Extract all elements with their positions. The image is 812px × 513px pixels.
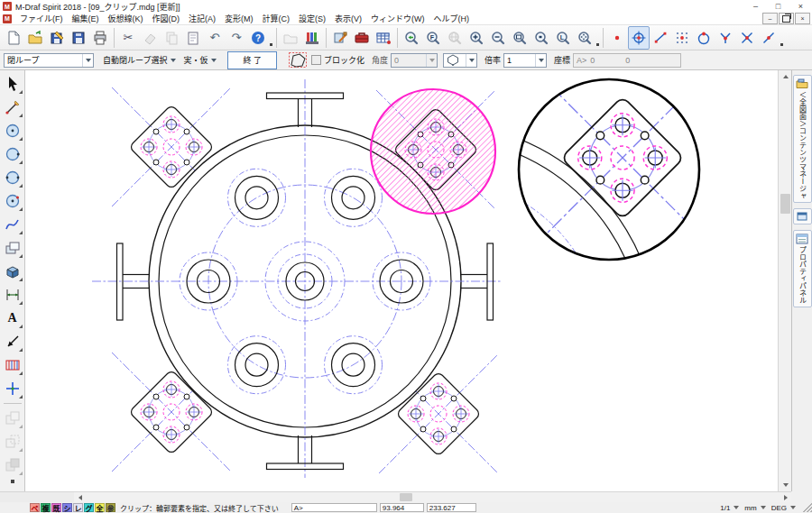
horizontal-scrollbar[interactable]	[74, 491, 791, 502]
leader-tool[interactable]	[2, 331, 23, 353]
snap-center-button[interactable]	[628, 26, 650, 50]
mdi-close-button[interactable]: ×	[795, 13, 810, 24]
text-tool[interactable]: A	[2, 307, 23, 329]
palette-overflow[interactable]	[11, 480, 14, 483]
blockify-checkbox[interactable]	[311, 55, 321, 65]
close-button[interactable]: ×	[789, 0, 812, 13]
menu-calc[interactable]: 計算(C)	[258, 13, 295, 24]
snap-nearest-button[interactable]	[715, 26, 736, 50]
print-button[interactable]	[89, 26, 111, 50]
menu-help[interactable]: ヘルプ(H)	[429, 13, 475, 24]
loop-type-select[interactable]: 閉ループ	[4, 53, 94, 68]
select-tool[interactable]	[2, 73, 23, 95]
layer-button-existing[interactable]: 既	[51, 503, 61, 512]
hatch-tool[interactable]	[2, 354, 23, 376]
layer-button-ref[interactable]: 参	[106, 503, 115, 512]
zoom-scale-button[interactable]	[531, 26, 552, 50]
array-copy-tool[interactable]	[2, 454, 23, 476]
zoom-window-button[interactable]	[509, 26, 531, 50]
sheet-select[interactable]: 1/1	[720, 504, 739, 512]
erase-button[interactable]	[139, 26, 161, 50]
snap-free-button[interactable]	[606, 26, 628, 50]
zoom-out-button[interactable]	[487, 26, 509, 50]
vertical-scrollbar[interactable]	[778, 70, 791, 491]
menu-view[interactable]: 表示(V)	[330, 13, 366, 24]
table-button[interactable]	[373, 26, 394, 50]
angle-unit-select[interactable]: DEG	[771, 504, 796, 512]
scale-input[interactable]: 1	[503, 53, 547, 68]
offset-tool[interactable]	[2, 237, 23, 259]
dimension-tool[interactable]	[2, 284, 23, 306]
toolbar-overflow[interactable]	[269, 30, 273, 46]
snap-intersection-button[interactable]	[736, 26, 758, 50]
layer-button-pen[interactable]: ペ	[30, 503, 40, 512]
drawing-canvas[interactable]	[25, 70, 778, 491]
copy-button[interactable]	[161, 26, 182, 50]
scroll-right-button[interactable]	[780, 492, 791, 502]
paste-button[interactable]	[182, 26, 204, 50]
snap-endpoint-button[interactable]	[650, 26, 671, 50]
drawing-manager-button[interactable]	[280, 26, 301, 50]
mdi-restore-button[interactable]	[779, 13, 794, 24]
panel-toggle-button[interactable]	[793, 208, 812, 224]
zoom-in-button[interactable]	[466, 26, 487, 50]
toolbar-overflow[interactable]	[780, 30, 784, 46]
circle-2point-tool[interactable]	[2, 167, 23, 188]
save-as-button[interactable]	[46, 26, 68, 50]
mirror-copy-tool[interactable]	[2, 431, 23, 453]
menu-draw[interactable]: 作図(D)	[148, 13, 185, 24]
scroll-down-button[interactable]	[779, 479, 792, 491]
move-copy-tool[interactable]	[2, 408, 23, 429]
snap-midpoint-button[interactable]	[758, 26, 780, 50]
auto-loop-select-dropdown[interactable]: 自動閉ループ選択	[99, 51, 180, 69]
menu-file[interactable]: ファイル(F)	[15, 13, 68, 24]
menu-edit[interactable]: 編集(E)	[68, 13, 104, 24]
pen-settings-button[interactable]	[301, 26, 323, 50]
circle-edge-tool[interactable]	[2, 143, 23, 165]
zoom-extent-button[interactable]	[444, 26, 466, 50]
finish-button[interactable]: 終 了	[227, 51, 277, 69]
scroll-up-button[interactable]	[779, 70, 792, 83]
layer-button-sheet[interactable]: シ	[62, 503, 72, 512]
toolbar-overflow[interactable]	[595, 30, 600, 46]
snap-grid-button[interactable]	[671, 26, 693, 50]
redo-button[interactable]: ↷	[226, 26, 247, 50]
menu-window[interactable]: ウィンドウ(W)	[366, 13, 429, 24]
drawing-area[interactable]	[25, 70, 778, 491]
save-button[interactable]	[68, 26, 89, 50]
resize-grip[interactable]	[803, 503, 812, 512]
help-button[interactable]: ?	[247, 26, 269, 50]
scroll-left-button[interactable]	[74, 492, 86, 502]
new-file-button[interactable]	[3, 26, 24, 50]
point-tool[interactable]	[2, 378, 23, 399]
command-input[interactable]: A>	[291, 503, 377, 512]
line-tool[interactable]	[2, 96, 23, 118]
layer-button-layer[interactable]: レ	[73, 503, 83, 512]
layer-button-dup[interactable]: 複	[41, 503, 51, 512]
menu-settings[interactable]: 設定(S)	[294, 13, 330, 24]
layer-button-group[interactable]: グ	[84, 503, 94, 512]
zoom-previous-button[interactable]	[401, 26, 422, 50]
tab-content-manager[interactable]: ＜全図面＞コンテンツマネージャ	[793, 75, 812, 203]
arc-tool[interactable]	[2, 190, 23, 212]
angle-input[interactable]: 0	[391, 53, 438, 68]
undo-button[interactable]: ↶	[204, 26, 226, 50]
toolbox-button[interactable]	[351, 26, 373, 50]
real-virtual-dropdown[interactable]: 実・仮	[180, 51, 220, 69]
menu-annotate[interactable]: 注記(A)	[184, 13, 220, 24]
horizontal-scroll-thumb[interactable]	[400, 493, 412, 501]
minimize-button[interactable]: –	[744, 0, 767, 13]
cut-button[interactable]: ✂	[117, 26, 139, 50]
zoom-fit-button[interactable]: F	[422, 26, 444, 50]
layer-button-all[interactable]: 全	[95, 503, 105, 512]
circle-center-tool[interactable]	[2, 120, 23, 142]
attribute-edit-button[interactable]	[329, 26, 351, 50]
maximize-button[interactable]: □	[767, 0, 789, 13]
unit-select[interactable]: mm	[744, 504, 765, 512]
spline-tool[interactable]	[2, 214, 23, 235]
solid-tool[interactable]	[2, 261, 23, 282]
menu-virtual-line[interactable]: 仮想線(K)	[104, 13, 148, 24]
vertical-scroll-thumb[interactable]	[780, 194, 790, 214]
open-file-button[interactable]	[24, 26, 46, 50]
menu-transform[interactable]: 変形(M)	[220, 13, 258, 24]
